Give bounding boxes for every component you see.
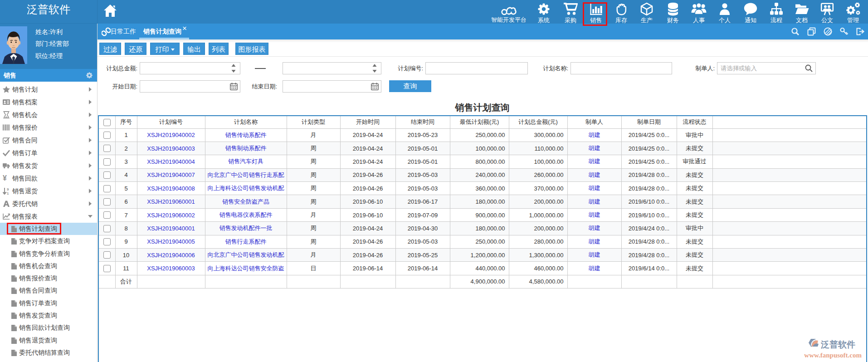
svg-text:9: 9 <box>7 187 9 191</box>
svg-text:1: 1 <box>7 191 9 195</box>
svg-text:泛普软件: 泛普软件 <box>820 339 855 349</box>
